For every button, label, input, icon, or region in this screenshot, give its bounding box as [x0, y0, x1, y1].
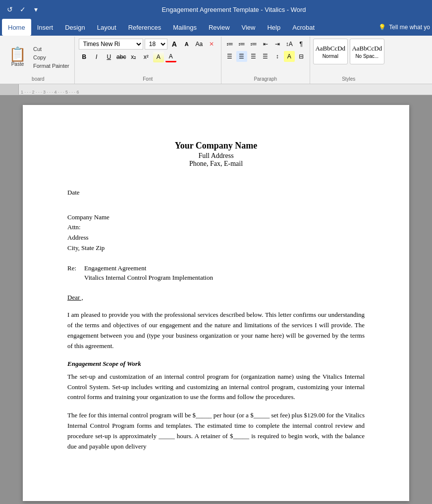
menu-design[interactable]: Design: [59, 19, 91, 36]
recipient-city: City, State Zip: [67, 243, 365, 253]
title-bar: ↺ ✓ ▾ Engagement Agreement Template - Vi…: [0, 0, 432, 19]
cut-button[interactable]: Cut: [31, 45, 71, 53]
full-address: Full Address: [67, 152, 365, 160]
search-bar: 💡 Tell me what yo: [378, 24, 430, 31]
font-group: Times New Ri 18 A A Aa ✕ B I U abc x₂ x²…: [75, 37, 221, 84]
font-grow-button[interactable]: A: [169, 39, 180, 50]
menu-mailings[interactable]: Mailings: [167, 19, 203, 36]
clear-format-button[interactable]: ✕: [206, 39, 217, 50]
italic-button[interactable]: I: [91, 51, 102, 62]
increase-indent-button[interactable]: ⇥: [272, 39, 283, 50]
intro-paragraph: I am pleased to provide you with the pro…: [67, 310, 365, 351]
menu-bar: Home Insert Design Layout References Mai…: [0, 19, 432, 36]
style-nospacing-label: No Spac...: [355, 53, 378, 59]
recipient-attn: Attn:: [67, 222, 365, 233]
document-area: Your Company Name Full Address Phone, Fa…: [0, 95, 432, 504]
border-button[interactable]: ⊟: [296, 51, 307, 62]
style-nospacing-preview: AaBbCcDd: [352, 45, 382, 52]
align-left-button[interactable]: ☰: [224, 51, 235, 62]
menu-review[interactable]: Review: [203, 19, 236, 36]
paste-icon: 📋: [9, 48, 26, 61]
copy-button[interactable]: Copy: [31, 53, 71, 61]
bullets-button[interactable]: ≔: [224, 39, 235, 50]
menu-help[interactable]: Help: [261, 19, 286, 36]
autosave-icon[interactable]: ↺: [5, 4, 15, 14]
font-group-label: Font: [75, 76, 221, 82]
salutation: Dear ,: [67, 293, 365, 302]
menu-view[interactable]: View: [236, 19, 262, 36]
styles-group: AaBbCcDd Normal AaBbCcDd No Spac... Styl…: [310, 37, 387, 84]
shading-button[interactable]: A: [284, 51, 295, 62]
recipient-company: Company Name: [67, 212, 365, 223]
re-line1: Engagement Agreement: [84, 263, 213, 273]
menu-home[interactable]: Home: [2, 19, 31, 36]
document-page[interactable]: Your Company Name Full Address Phone, Fa…: [23, 105, 409, 501]
format-painter-button[interactable]: Format Painter: [31, 62, 71, 70]
superscript-button[interactable]: x²: [141, 51, 152, 62]
clipboard-small-buttons: Cut Copy Format Painter: [31, 39, 71, 76]
font-row2: B I U abc x₂ x² A A: [79, 51, 217, 62]
show-marks-button[interactable]: ¶: [296, 39, 307, 50]
styles-strip: AaBbCcDd Normal AaBbCcDd No Spac...: [313, 39, 384, 64]
recipient-block: Company Name Attn: Address City, State Z…: [67, 212, 365, 253]
justify-button[interactable]: ☰: [260, 51, 271, 62]
doc-header: Your Company Name Full Address Phone, Fa…: [67, 141, 365, 168]
ruler-scale: 1 · · · 2 · · · 3 · · · 4 · · · 5 · · · …: [19, 84, 432, 95]
underline-button[interactable]: U: [104, 51, 114, 62]
window-title: Engagement Agreement Template - Vitalics…: [41, 6, 427, 13]
highlight-button[interactable]: A: [153, 51, 164, 62]
align-right-button[interactable]: ☰: [248, 51, 259, 62]
sort-button[interactable]: ↕A: [284, 39, 295, 50]
phone-fax-email: Phone, Fax, E-mail: [67, 160, 365, 168]
menu-layout[interactable]: Layout: [91, 19, 122, 36]
company-name: Your Company Name: [67, 141, 365, 151]
re-label: Re:: [67, 263, 76, 283]
multilevel-button[interactable]: ≔: [248, 39, 259, 50]
menu-acrobat[interactable]: Acrobat: [286, 19, 321, 36]
style-normal-label: Normal: [323, 53, 338, 59]
subscript-button[interactable]: x₂: [128, 51, 139, 62]
strikethrough-button[interactable]: abc: [116, 51, 127, 62]
font-case-button[interactable]: Aa: [194, 39, 205, 50]
customize-icon[interactable]: ▾: [31, 4, 41, 14]
clipboard-label: board: [2, 76, 74, 82]
para-row1: ≔ ≔ ≔ ⇤ ⇥ ↕A ¶: [224, 39, 307, 50]
font-face-select[interactable]: Times New Ri: [79, 39, 143, 50]
ruler: 1 · · · 2 · · · 3 · · · 4 · · · 5 · · · …: [0, 84, 432, 95]
re-block: Re: Engagement Agreement Vitalics Intern…: [67, 263, 365, 283]
recipient-address: Address: [67, 233, 365, 243]
re-content: Engagement Agreement Vitalics Internal C…: [84, 263, 213, 283]
font-shrink-button[interactable]: A: [181, 39, 192, 50]
style-normal[interactable]: AaBbCcDd Normal: [313, 39, 348, 64]
ruler-margin-left: [0, 84, 19, 95]
scope-title: Engagement Scope of Work: [67, 359, 365, 369]
fee-paragraph: The fee for this internal control progra…: [67, 410, 365, 452]
line-spacing-button[interactable]: ↕: [272, 51, 283, 62]
lightbulb-icon: 💡: [378, 24, 386, 31]
paste-button[interactable]: 📋 Paste: [5, 39, 30, 76]
ribbon: 📋 Paste Cut Copy Format Painter board Ti…: [0, 36, 432, 84]
decrease-indent-button[interactable]: ⇤: [260, 39, 271, 50]
menu-insert[interactable]: Insert: [31, 19, 59, 36]
font-color-button[interactable]: A: [165, 51, 176, 62]
para-row2: ☰ ☰ ☰ ☰ ↕ A ⊟: [224, 51, 307, 62]
styles-label: Styles: [310, 76, 387, 82]
quick-access-toolbar: ↺ ✓ ▾: [5, 4, 41, 14]
align-center-button[interactable]: ☰: [236, 51, 247, 62]
paste-label: Paste: [11, 61, 24, 67]
ruler-marks: 1 · · · 2 · · · 3 · · · 4 · · · 5 · · · …: [21, 90, 79, 95]
spelling-icon[interactable]: ✓: [18, 4, 28, 14]
paragraph-label: Paragraph: [221, 76, 310, 82]
document-body: Date Company Name Attn: Address City, St…: [67, 188, 365, 452]
scope-paragraph: The set-up and customization of an inter…: [67, 372, 365, 403]
numbering-button[interactable]: ≔: [236, 39, 247, 50]
style-nospacing[interactable]: AaBbCcDd No Spac...: [350, 39, 384, 64]
style-normal-preview: AaBbCcDd: [315, 45, 345, 52]
date-field: Date: [67, 188, 365, 198]
paragraph-group: ≔ ≔ ≔ ⇤ ⇥ ↕A ¶ ☰ ☰ ☰ ☰ ↕ A ⊟ Paragraph: [221, 37, 310, 84]
menu-references[interactable]: References: [122, 19, 167, 36]
bold-button[interactable]: B: [79, 51, 90, 62]
font-row1: Times New Ri 18 A A Aa ✕: [79, 39, 217, 50]
search-label[interactable]: Tell me what yo: [389, 24, 430, 31]
font-size-select[interactable]: 18: [145, 39, 167, 50]
